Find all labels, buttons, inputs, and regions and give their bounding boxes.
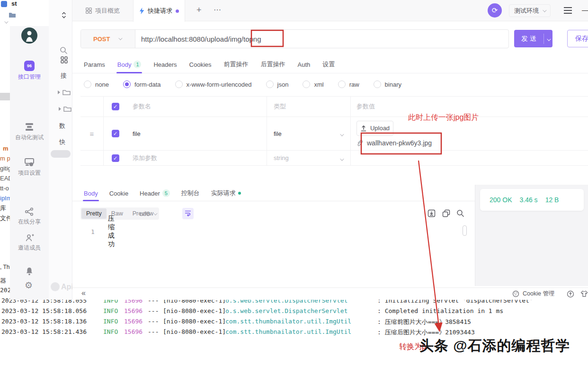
tab-params[interactable]: Params <box>84 56 105 73</box>
tree-folder-icon[interactable] <box>57 89 71 96</box>
theme-shirt-icon[interactable] <box>580 290 588 297</box>
table-header-row: ✓ 参数名 类型 参数值 <box>80 96 588 117</box>
tab-project-overview[interactable]: 项目概览 <box>80 0 125 21</box>
console-log-line: 2023-03-12 15:58:18.136INFO15696---[nio-… <box>1 318 471 326</box>
window-minimize-button[interactable]: — <box>582 6 588 14</box>
chevron-down-icon <box>340 132 344 136</box>
tab-more-button[interactable]: ⋯ <box>214 5 221 14</box>
chevron-down-icon <box>119 36 123 40</box>
api-management-icon: 96 <box>24 61 35 71</box>
radio-form-data[interactable]: form-data <box>123 81 161 88</box>
project-tree-panel: 接 数 快 Api <box>49 0 72 300</box>
tree-folder-icon[interactable] <box>58 106 72 112</box>
expand-collapse-icon[interactable] <box>61 11 67 19</box>
notifications-bell-icon[interactable] <box>25 267 34 276</box>
radio-raw[interactable]: raw <box>338 81 359 88</box>
grid-icon[interactable] <box>61 56 68 63</box>
tab-post-actions[interactable]: 后置操作 <box>261 56 285 73</box>
sidebar-item-project-settings[interactable]: 项目设置 <box>10 158 49 177</box>
automated-testing-icon <box>24 122 35 132</box>
upload-button[interactable]: Upload <box>356 121 393 136</box>
editor-scrollbar[interactable] <box>463 225 467 236</box>
tree-section-label[interactable]: 数 <box>59 122 65 130</box>
tab-quick-request[interactable]: 快捷请求 <box>133 0 185 22</box>
sidebar-item-automated-testing[interactable]: 自动化测试 <box>10 122 49 142</box>
tab-console[interactable]: 控制台 <box>181 186 200 201</box>
tab-pre-actions[interactable]: 前置操作 <box>224 56 249 73</box>
radio-json[interactable]: json <box>266 81 289 88</box>
tab-actual-request[interactable]: 实际请求 <box>211 186 241 201</box>
url-input[interactable]: http://localhost:8080/upload/img/topng <box>135 35 261 43</box>
radio-x-www-form-urlencoded[interactable]: x-www-form-urlencoded <box>175 81 252 88</box>
copy-response-button[interactable] <box>442 209 450 217</box>
mode-pretty[interactable]: Pretty <box>81 208 107 219</box>
tree-selected-pill[interactable] <box>51 150 71 158</box>
tab-settings[interactable]: 设置 <box>322 56 335 73</box>
table-row-file: ≡ ✓ file file Upload wallhaven-pkw6y3.jp… <box>80 117 588 151</box>
invite-member-icon <box>25 233 34 242</box>
tab-headers[interactable]: Headers <box>153 56 177 73</box>
tab-auth[interactable]: Auth <box>298 56 311 73</box>
chevron-down-icon[interactable] <box>4 19 8 23</box>
tab-response-body[interactable]: Body <box>84 186 98 201</box>
radio-none[interactable]: none <box>84 81 109 88</box>
body-type-options: none form-data x-www-form-urlencoded jso… <box>72 73 401 95</box>
tree-section-label[interactable]: 快 <box>59 138 65 146</box>
drag-handle[interactable]: ≡ <box>80 117 103 150</box>
column-header-name: 参数名 <box>127 97 267 116</box>
send-dropdown[interactable] <box>544 35 552 43</box>
tab-body[interactable]: Body1 <box>117 56 142 73</box>
tab-cookies[interactable]: Cookies <box>189 56 212 73</box>
line-number: 1 <box>91 228 95 235</box>
settings-gear-icon[interactable]: ⚙ <box>25 281 33 290</box>
apifox-logo-icon <box>51 282 60 291</box>
encoding-selector[interactable]: utf8 <box>140 210 156 217</box>
sidebar-item-online-share[interactable]: 在线分享 <box>10 207 49 226</box>
header-count-badge: 5 <box>162 189 170 197</box>
annotation-upload-jpg: 此时上传一张jpg图片 <box>408 113 479 123</box>
avatar[interactable] <box>21 27 37 44</box>
radio-selected-icon <box>123 81 131 88</box>
app-bottom-bar: « Cookie 管理 <box>72 287 588 300</box>
paperclip-icon <box>356 139 363 146</box>
cookie-manage-button[interactable]: Cookie 管理 <box>512 290 554 298</box>
request-url-bar: POST http://localhost:8080/upload/img/to… <box>80 29 509 48</box>
menu-hamburger-icon[interactable] <box>564 7 572 16</box>
project-settings-icon <box>24 158 35 167</box>
radio-xml[interactable]: xml <box>303 81 323 88</box>
method-selector[interactable]: POST <box>81 30 135 48</box>
upgrade-icon[interactable] <box>567 290 574 298</box>
tree-section-label[interactable]: 接 <box>61 72 67 80</box>
tab-response-header[interactable]: Header5 <box>140 186 170 201</box>
response-body-text[interactable]: 压缩成功 <box>108 215 115 249</box>
request-tabs: Params Body1 Headers Cookies 前置操作 后置操作 A… <box>72 56 588 73</box>
download-response-button[interactable] <box>428 209 436 217</box>
param-type-select[interactable]: file <box>267 117 350 150</box>
download-icon <box>428 209 436 217</box>
word-wrap-button[interactable] <box>182 208 194 219</box>
environment-selector[interactable]: 测试环境 <box>509 4 551 17</box>
new-tab-button[interactable]: + <box>196 5 202 15</box>
uploaded-file-name: wallhaven-pkw6y3.jpg <box>367 139 432 147</box>
sync-button[interactable]: ⟳ <box>488 3 502 18</box>
copy-icon <box>442 209 450 217</box>
search-icon[interactable] <box>60 46 68 54</box>
table-row-add-param: ✓ 添加参数 string <box>80 151 588 166</box>
row-checkbox[interactable]: ✓ <box>112 154 119 162</box>
param-name-input[interactable]: file <box>127 117 267 150</box>
sidebar-item-api-management[interactable]: 96 接口管理 <box>10 61 49 81</box>
add-param-placeholder[interactable]: 添加参数 <box>127 151 267 165</box>
collapse-panel-button[interactable]: « <box>81 289 86 297</box>
row-checkbox[interactable]: ✓ <box>112 130 119 137</box>
send-button[interactable]: 发 送 <box>514 30 552 47</box>
tab-response-cookie[interactable]: Cookie <box>109 186 128 201</box>
param-type-select[interactable]: string <box>267 151 350 165</box>
body-count-badge: 1 <box>134 61 141 68</box>
radio-binary[interactable]: binary <box>374 81 401 88</box>
uploaded-file-chip[interactable]: wallhaven-pkw6y3.jpg <box>356 139 432 147</box>
save-button[interactable]: 保存 <box>567 30 588 47</box>
sidebar-item-invite-members[interactable]: 邀请成员 <box>10 233 49 252</box>
ide-tree-fragment: m p <box>0 155 10 162</box>
select-all-checkbox[interactable]: ✓ <box>112 103 119 110</box>
search-response-button[interactable] <box>456 209 464 217</box>
